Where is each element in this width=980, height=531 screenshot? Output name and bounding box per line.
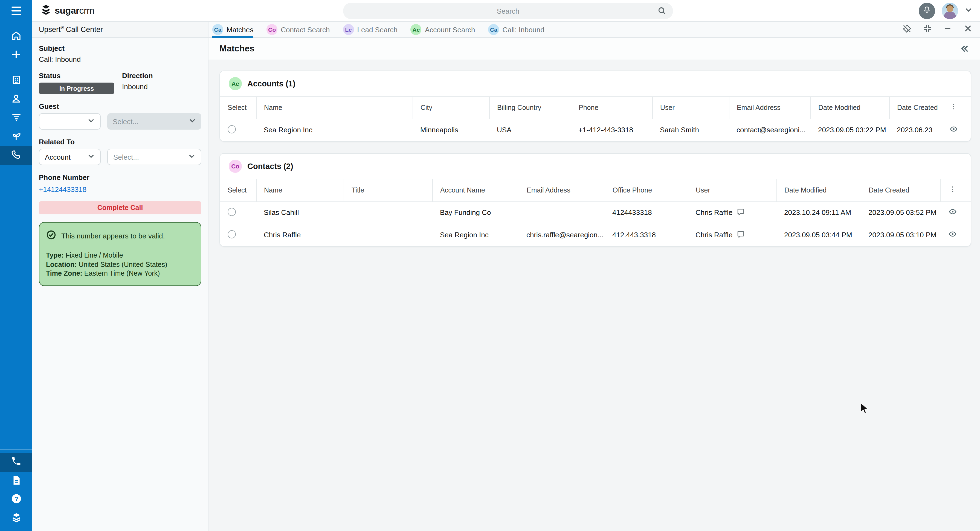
search-placeholder: Search [343, 7, 673, 15]
layers-icon [11, 512, 22, 525]
select-radio[interactable] [228, 230, 236, 238]
sidebar-item-accounts[interactable] [0, 71, 32, 90]
related-record-select[interactable]: Select... [107, 149, 201, 165]
module-badge: Le [343, 24, 354, 35]
profile-chevron-down-icon[interactable] [965, 6, 972, 16]
sidebar-item-call-center[interactable] [0, 453, 32, 472]
svg-text:?: ? [14, 495, 18, 502]
compress-icon[interactable] [923, 24, 932, 35]
column-header: Date Modified [776, 179, 861, 201]
columns-menu-icon[interactable] [940, 179, 971, 201]
chat-icon[interactable] [736, 208, 745, 217]
matches-content: Ac Accounts (1) Select Name City Billing… [208, 60, 980, 531]
guest-label: Guest [39, 102, 201, 111]
chevron-down-icon [88, 117, 95, 126]
hamburger-menu-button[interactable] [0, 0, 32, 22]
plus-icon [10, 48, 22, 62]
user-avatar[interactable] [942, 2, 958, 19]
contact-name-cell[interactable]: Chris Raffle [256, 223, 344, 246]
chevron-down-icon [188, 152, 195, 161]
sidebar-item-help[interactable]: ? [0, 491, 32, 509]
complete-call-button[interactable]: Complete Call [39, 201, 201, 214]
document-icon [11, 475, 21, 488]
column-header: Date Created [861, 179, 940, 201]
accounts-module-badge: Ac [229, 77, 242, 90]
phone-outline-icon [11, 149, 22, 162]
table-row[interactable]: Sea Region Inc Minneapolis USA +1-412-44… [220, 119, 971, 141]
tab-call-inbound[interactable]: Ca Call: Inbound [488, 22, 544, 38]
matches-header: Matches [208, 38, 980, 60]
column-header: Date Created [889, 97, 942, 119]
leads-filter-icon [11, 111, 22, 125]
related-to-field: Related To Account Select... [39, 138, 201, 165]
unpin-icon[interactable] [902, 24, 912, 35]
close-icon[interactable] [964, 24, 972, 35]
table-row[interactable]: Silas Cahill Bay Funding Co 4124433318 C… [220, 201, 971, 223]
app-window: sugarcrm Search [0, 0, 980, 531]
sidebar-item-leads[interactable] [0, 109, 32, 127]
related-select-placeholder: Select... [113, 153, 139, 161]
subject-label: Subject [39, 44, 201, 52]
related-type-select[interactable]: Account [39, 149, 101, 165]
preview-eye-icon[interactable] [940, 223, 971, 246]
column-header: Select [220, 97, 256, 119]
sidebar-item-stack[interactable] [0, 509, 32, 528]
notifications-button[interactable] [919, 2, 935, 19]
minimize-icon[interactable] [943, 24, 952, 35]
contacts-card: Co Contacts (2) Select Name Title Accoun… [220, 153, 971, 247]
left-sidebar: ? [0, 22, 32, 531]
column-header: Name [256, 179, 344, 201]
status-chip[interactable]: In Progress [39, 82, 115, 94]
sidebar-item-documents[interactable] [0, 472, 32, 491]
sidebar-item-calls[interactable] [0, 146, 32, 165]
validation-type-line: Type: Fixed Line / Mobile [46, 251, 194, 260]
sugarcrm-logo-icon [40, 3, 52, 18]
validation-timezone-line: Time Zone: Eastern Time (New York) [46, 269, 194, 278]
tab-matches[interactable]: Ca Matches [212, 22, 253, 38]
column-header: Phone [571, 97, 652, 119]
contacts-table: Select Name Title Account Name Email Add… [220, 179, 971, 246]
sidebar-item-contacts[interactable] [0, 90, 32, 109]
person-icon [10, 93, 22, 106]
table-row[interactable]: Chris Raffle Sea Region Inc chris.raffle… [220, 223, 971, 246]
tab-bar: Ca Matches Co Contact Search Le Lead Sea… [208, 22, 980, 38]
columns-menu-icon[interactable] [942, 97, 971, 119]
contact-name-cell[interactable]: Silas Cahill [256, 201, 344, 223]
navbar-right-group [919, 2, 980, 19]
tab-lead-search[interactable]: Le Lead Search [343, 22, 398, 38]
module-badge: Ac [410, 24, 422, 35]
home-icon [10, 30, 22, 43]
related-to-label: Related To [39, 138, 201, 146]
collapse-panel-icon[interactable] [959, 44, 969, 54]
select-radio[interactable] [228, 125, 236, 133]
column-header: Email Address [519, 179, 605, 201]
phone-number-link[interactable]: +14124433318 [39, 185, 86, 193]
column-header: User [688, 179, 776, 201]
column-header: User [652, 97, 729, 119]
chat-icon[interactable] [736, 230, 745, 240]
tab-contact-search[interactable]: Co Contact Search [266, 22, 330, 38]
subject-field: Subject Call: Inbound [39, 44, 201, 63]
phone-number-field: Phone Number +14124433318 [39, 173, 201, 194]
sidebar-item-home[interactable] [0, 27, 32, 46]
guest-type-select[interactable] [39, 113, 101, 130]
guest-field: Guest Select... [39, 102, 201, 130]
subject-value: Call: Inbound [39, 55, 201, 63]
search-icon[interactable] [657, 6, 667, 17]
guest-select[interactable]: Select... [107, 113, 201, 130]
global-search-input[interactable]: Search [343, 3, 673, 19]
preview-eye-icon[interactable] [940, 201, 971, 223]
logo-text-sugar: sugar [55, 5, 80, 16]
tab-account-search[interactable]: Ac Account Search [410, 22, 475, 38]
sidebar-item-create[interactable] [0, 46, 32, 65]
module-badge: Co [266, 24, 277, 35]
select-radio[interactable] [228, 208, 236, 216]
sidebar-item-opportunities[interactable] [0, 127, 32, 146]
column-header: Name [256, 97, 412, 119]
logo-text-crm: crm [80, 5, 94, 16]
related-type-value: Account [45, 153, 71, 161]
column-header: City [412, 97, 489, 119]
preview-eye-icon[interactable] [942, 119, 971, 141]
account-name-cell[interactable]: Sea Region Inc [256, 119, 412, 141]
accounts-card: Ac Accounts (1) Select Name City Billing… [220, 71, 971, 142]
